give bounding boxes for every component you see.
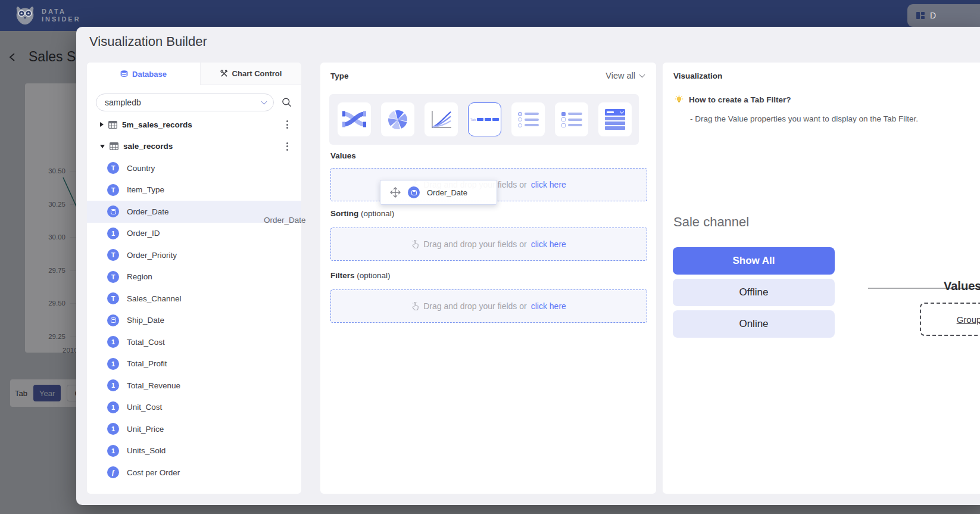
field-row[interactable]: Ship_Date [87, 310, 301, 332]
annotation-group-link: Group [957, 314, 980, 325]
radio-list-chart-icon[interactable] [511, 102, 545, 136]
number-type-icon: 1 [107, 228, 119, 239]
text-type-icon: T [107, 271, 119, 283]
field-row[interactable]: 1Total_Profit [87, 353, 301, 375]
text-type-icon: T [107, 292, 119, 304]
visualization-builder-modal: Visualization Builder Database [76, 27, 980, 505]
text-type-icon: T [107, 249, 119, 261]
checkbox-list-chart-icon[interactable] [555, 102, 588, 136]
filter-option-offline[interactable]: Offline [673, 279, 835, 306]
field-row[interactable]: TSales_Channel [87, 288, 301, 310]
field-tree: 5m_sales_records sale_records TCountry T… [87, 114, 301, 484]
database-search-row: sampledb [96, 94, 292, 111]
logo-line-1: DATA [42, 8, 81, 15]
tab-chart-control-label: Chart Control [232, 69, 282, 78]
dragged-field-chip[interactable]: Order_Date [380, 180, 497, 205]
logo-line-2: INSIDER [42, 15, 81, 23]
number-type-icon: 1 [107, 358, 119, 370]
field-row[interactable]: TOrder_Priority [87, 244, 301, 266]
field-row[interactable]: 1Total_Revenue [87, 375, 301, 397]
drag-chip-label: Order_Date [427, 188, 467, 197]
field-row[interactable]: TItem_Type [87, 179, 301, 201]
dropdown-chart-icon[interactable] [598, 102, 632, 136]
type-panel: Type View all [320, 63, 656, 494]
database-icon [120, 70, 128, 78]
annotation-heading: Values [944, 279, 980, 293]
date-type-icon [408, 186, 420, 198]
number-type-icon: 1 [107, 401, 119, 413]
click-here-link[interactable]: click here [531, 301, 566, 311]
annotation-group-box[interactable]: Group [920, 303, 980, 336]
date-type-icon [107, 314, 119, 326]
hand-pointer-icon [411, 301, 419, 311]
table-name: 5m_sales_records [122, 120, 279, 129]
kebab-menu-icon[interactable] [284, 118, 291, 131]
formula-type-icon: ƒ [107, 466, 119, 478]
text-type-icon: T [107, 162, 119, 174]
layout-icon [916, 11, 925, 20]
chevron-down-icon [261, 98, 267, 104]
screen: Sales Sa 30.50 30.25 30.00 29.75 29.50 2… [0, 0, 980, 514]
chart-type-tray: Tab [329, 94, 639, 145]
search-icon[interactable] [282, 97, 292, 108]
tools-icon [220, 70, 228, 77]
lightbulb-icon [675, 95, 683, 104]
number-type-icon: 1 [107, 423, 119, 435]
click-here-link[interactable]: click here [531, 180, 566, 189]
database-panel: Database Chart Control sampledb [87, 63, 301, 494]
tab-chart-control[interactable]: Chart Control [200, 63, 301, 85]
tab-dashes [477, 118, 499, 121]
field-row[interactable]: 1Total_Cost [87, 331, 301, 353]
filters-section-label: Filters (optional) [330, 271, 391, 280]
modal-title: Visualization Builder [89, 34, 207, 49]
dropzone-text: Drag and drop your fields or [423, 239, 527, 249]
move-icon [390, 187, 401, 198]
app-logo[interactable]: DATA INSIDER [14, 4, 81, 27]
line-chart-icon[interactable] [425, 102, 458, 136]
preview-chart-title: Sale channel [673, 214, 749, 230]
expand-icon[interactable] [100, 122, 104, 127]
table-row[interactable]: sale_records [87, 136, 301, 158]
kebab-menu-icon[interactable] [284, 140, 291, 153]
field-row[interactable]: 1Units_Sold [87, 440, 301, 462]
filter-option-show-all[interactable]: Show All [673, 247, 835, 275]
number-type-icon: 1 [107, 445, 119, 457]
database-select-value: sampledb [105, 98, 262, 107]
field-row[interactable]: TCountry [87, 157, 301, 179]
field-row[interactable]: 1Unit_Price [87, 418, 301, 440]
panel-tabs: Database Chart Control [87, 63, 301, 85]
tab-database-label: Database [132, 70, 167, 79]
sorting-section-label: Sorting (optional) [330, 209, 394, 218]
collapse-icon[interactable] [100, 145, 105, 148]
table-icon [110, 142, 118, 150]
filters-dropzone[interactable]: Drag and drop your fields or click here [330, 289, 647, 323]
dropzone-text: Drag and drop your fields or [423, 301, 527, 311]
tab-filter-chart-icon[interactable]: Tab [468, 102, 501, 136]
click-here-link[interactable]: click here [531, 239, 566, 249]
field-row[interactable]: 1Order_ID [87, 223, 301, 245]
type-section-label: Type [330, 71, 349, 80]
sankey-chart-icon[interactable] [338, 102, 371, 136]
field-row[interactable]: ƒCost per Order [87, 462, 301, 484]
corner-button-label: D [930, 11, 936, 20]
visualization-label: Visualization [673, 71, 722, 80]
field-row[interactable]: 1Unit_Cost [87, 397, 301, 419]
sorting-dropzone[interactable]: Drag and drop your fields or click here [330, 228, 647, 261]
drag-ghost-label: Order_Date [264, 216, 306, 225]
filter-option-online[interactable]: Online [673, 310, 835, 338]
chevron-down-icon [639, 71, 645, 77]
table-icon [108, 121, 117, 129]
date-type-icon [107, 205, 119, 217]
view-all-dropdown[interactable]: View all [606, 71, 644, 80]
tab-tile-text: Tab [470, 118, 476, 122]
tab-database[interactable]: Database [87, 63, 200, 85]
values-section-label: Values [330, 151, 356, 160]
database-select[interactable]: sampledb [96, 94, 274, 111]
number-type-icon: 1 [107, 379, 119, 391]
owl-logo-icon [14, 4, 36, 27]
pie-chart-icon[interactable] [381, 102, 414, 136]
dashboard-mode-button[interactable]: D [907, 4, 980, 27]
field-row[interactable]: TRegion [87, 266, 301, 288]
table-row[interactable]: 5m_sales_records [87, 114, 301, 136]
text-type-icon: T [107, 184, 119, 196]
